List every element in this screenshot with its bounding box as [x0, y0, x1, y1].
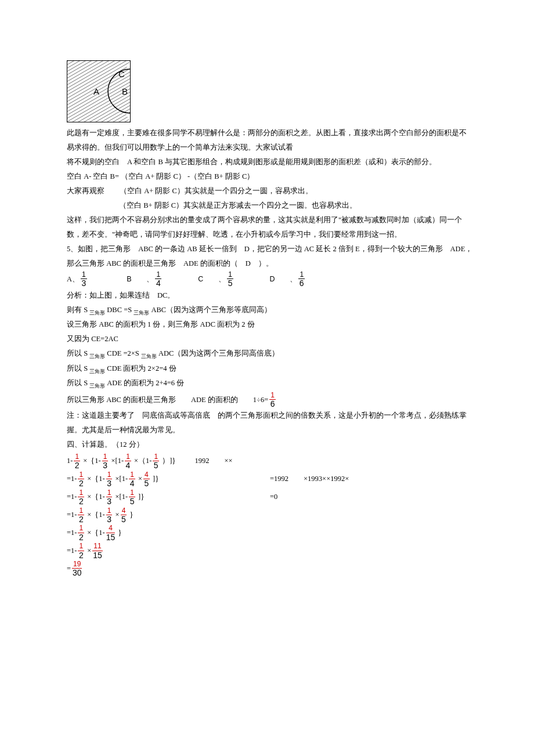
- calc-line-7: =1930: [67, 560, 473, 578]
- calc-line-2b: =1992 ×1993××1992×: [270, 470, 473, 487]
- calc-line-2: =1-12 ×｛1-13 ×[1-14 ×45 ]｝: [67, 470, 270, 488]
- calc-line-5: =1-12 ×｛1-415 ｝: [67, 524, 473, 542]
- calc-line-4: =1-12 ×｛1-13 ×45 ｝: [67, 506, 473, 524]
- note: 注：这道题主要考了 同底倍高或等高倍底 的两个三角形面积之间的倍数关系，这是小升…: [67, 408, 473, 437]
- analysis-2: 则有 S 三角形 DBC =S 三角形 ABC（因为这两个三角形等底同高）: [67, 303, 473, 318]
- calc-line-6: =1-12 ×1115: [67, 542, 473, 560]
- explain-5: （空白 B+ 阴影 C）其实就是正方形减去一个四分之一圆。也容易求出。: [67, 198, 473, 213]
- calc-block: 1-12 ×｛1-13 ×[1-14 ×（1-15 ）]｝ 1992 ×× =1…: [67, 452, 473, 577]
- analysis-4: 又因为 CE=2AC: [67, 332, 473, 346]
- explain-3: 空白 A- 空白 B= （空白 A+ 阴影 C） -（空白 B+ 阴影 C）: [67, 169, 473, 184]
- calc-line-3: =1-12 ×｛1-13 ×[1-15 ]｝: [67, 488, 270, 506]
- analysis-5: 所以 S 三角形 CDE =2×S 三角形 ADC（因为这两个三角形同高倍底）: [67, 346, 473, 361]
- analysis-7: 所以 S 三角形 ADE 的面积为 2+4=6 份: [67, 376, 473, 391]
- explain-1: 此题有一定难度，主要难在很多同学不易理解什么是：两部分的面积之差。从图上看，直接…: [67, 126, 473, 155]
- analysis-3: 设三角形 ABC 的面积为 1 份，则三角形 ADC 面积为 2 份: [67, 317, 473, 332]
- label-c: C: [118, 69, 125, 79]
- label-a: A: [93, 86, 99, 96]
- analysis-1: 分析：如上图，如果连结 DC。: [67, 288, 473, 303]
- geometry-diagram: A B C: [67, 60, 131, 122]
- explain-2: 将不规则的空白 A 和空白 B 与其它图形组合，构成规则图形或是能用规则图形的面…: [67, 155, 473, 169]
- explain-4: 大家再观察 （空白 A+ 阴影 C）其实就是一个四分之一圆，容易求出。: [67, 184, 473, 198]
- analysis-6: 所以 S 三角形 CDE 面积为 2×2=4 份: [67, 361, 473, 377]
- section-4: 四、计算题。（12 分）: [67, 437, 473, 452]
- options: A、13 B 、14 C 、15 D 、16: [67, 271, 473, 288]
- calc-line-1: 1-12 ×｛1-13 ×[1-14 ×（1-15 ）]｝ 1992 ××: [67, 452, 473, 470]
- analysis-8: 所以三角形 ABC 的面积是三角形 ADE 的面积的 1÷6=16: [67, 391, 473, 409]
- calc-line-3b: =0: [270, 488, 473, 505]
- explain-6: 这样，我们把两个不容易分别求出的量变成了两个容易求的量，这其实就是利用了"被减数…: [67, 213, 473, 242]
- question-5: 5、如图，把三角形 ABC 的一条边 AB 延长一倍到 D，把它的另一边 AC …: [67, 242, 473, 271]
- label-b: B: [122, 86, 128, 96]
